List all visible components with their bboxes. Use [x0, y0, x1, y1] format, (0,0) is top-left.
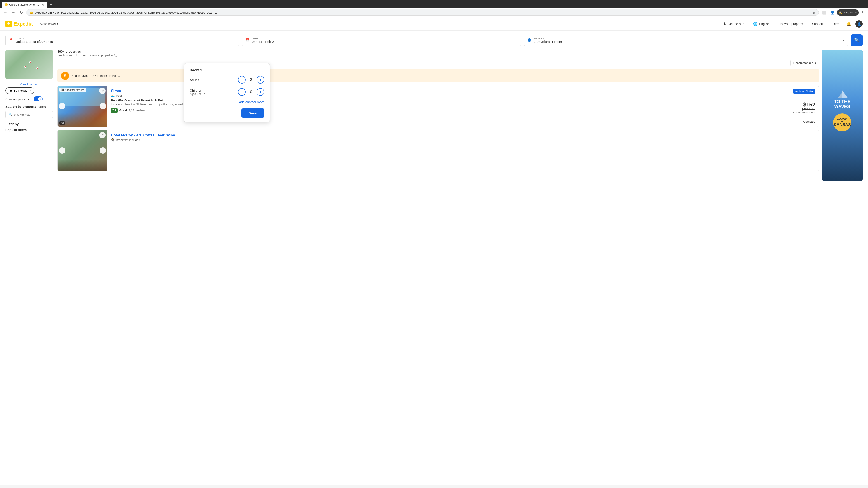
going-to-content: Going to United States of America: [16, 37, 236, 43]
done-button[interactable]: Done: [241, 108, 265, 118]
browser-chrome: 🟡 United States of America Hotel ✕ +: [0, 0, 868, 8]
results-content: 300+ properties See how we pick our reco…: [57, 50, 819, 181]
toggle-x-icon: ✕: [39, 98, 41, 100]
properties-count: 300+ properties: [57, 50, 819, 53]
active-tab[interactable]: 🟡 United States of America Hotel ✕: [2, 2, 47, 8]
tab-title: United States of America Hotel: [9, 3, 40, 6]
going-to-value: United States of America: [16, 40, 236, 43]
adults-label: Adults: [190, 78, 238, 82]
compare-checkbox-sirata[interactable]: [799, 120, 802, 123]
cast-button[interactable]: ⬜: [821, 9, 828, 15]
more-travel-button[interactable]: More travel ▾: [37, 21, 61, 27]
vacation-badge: VACATION IN KANSAS: [833, 113, 851, 131]
user-avatar[interactable]: 👤: [855, 20, 863, 28]
profile-button[interactable]: 👤: [829, 9, 836, 15]
address-bar[interactable]: 🔒 ☆: [26, 9, 819, 15]
get-app-button[interactable]: ⬇ Get the app: [720, 20, 747, 28]
map-marker-2: [24, 66, 26, 68]
support-button[interactable]: Support: [809, 20, 826, 28]
prev-image-button[interactable]: ‹: [59, 103, 65, 109]
favorite-button-sirata[interactable]: ♡: [99, 88, 105, 94]
search-section: 📍 Going to United States of America 📅 Da…: [0, 31, 868, 50]
property-search-box[interactable]: 🔍: [5, 111, 53, 119]
back-button[interactable]: ←: [2, 9, 8, 15]
property-name-input[interactable]: [14, 113, 52, 116]
amenity-label: Pool: [116, 94, 122, 97]
children-decrease-button[interactable]: −: [238, 88, 246, 96]
hotel-price-sirata: We have 2 left at $152 $434 total includ…: [778, 86, 819, 127]
bookmark-icon[interactable]: ☆: [813, 11, 815, 14]
right-advertisement: TO THE WAVES VACATION IN KANSAS: [822, 50, 863, 181]
sort-dropdown[interactable]: Recommended ▾: [790, 60, 819, 66]
sidebar: View in a map Family friendly ✕ Compare …: [5, 50, 57, 181]
download-icon: ⬇: [723, 22, 726, 26]
breakfast-icon: 🍳: [111, 138, 115, 142]
favorite-button-mccoy[interactable]: ♡: [99, 132, 105, 138]
family-badge: 👨‍👩‍👧 Great for families: [59, 88, 86, 92]
trips-button[interactable]: Trips: [829, 20, 842, 28]
amenity-label-mccoy: Breakfast included: [116, 138, 140, 142]
ad-container: TO THE WAVES VACATION IN KANSAS: [822, 50, 863, 181]
info-icon[interactable]: i: [114, 54, 117, 57]
expedia-logo[interactable]: ✈ Expedia: [5, 21, 33, 27]
remove-chip-icon[interactable]: ✕: [29, 89, 31, 92]
person-icon: 👤: [527, 38, 532, 42]
header-actions: ⬇ Get the app 🌐 English List your proper…: [720, 20, 863, 28]
family-badge-label: Great for families: [65, 89, 84, 91]
children-increase-button[interactable]: +: [256, 88, 264, 96]
savings-text: You're saving 10% or more on over...: [72, 74, 120, 77]
sort-label: Recommended: [794, 61, 813, 65]
search-icon: 🔍: [8, 113, 12, 116]
hotel-name-mccoy[interactable]: Hotel McCoy - Art, Coffee, Beer, Wine: [111, 133, 775, 137]
refresh-button[interactable]: ↻: [19, 9, 24, 15]
prev-image-button-mccoy[interactable]: ‹: [59, 147, 65, 154]
travelers-dropdown: Room 1 Adults − 2 + Children Ages 0 to 1…: [184, 63, 270, 123]
going-to-field[interactable]: 📍 Going to United States of America: [5, 35, 239, 46]
adults-increase-button[interactable]: +: [256, 76, 264, 84]
price-note: includes taxes & fees: [792, 111, 815, 114]
next-image-button-mccoy[interactable]: ›: [100, 147, 106, 154]
rating-count: 2,234 reviews: [129, 109, 146, 112]
get-app-label: Get the app: [727, 22, 744, 26]
family-friendly-chip[interactable]: Family friendly ✕: [5, 88, 34, 94]
list-property-button[interactable]: List your property: [775, 20, 806, 28]
english-label: English: [759, 22, 770, 26]
hotel-amenity-mccoy: 🍳 Breakfast included: [111, 138, 775, 142]
browser-controls: ← → ↻ 🔒 ☆ ⬜ 👤 🕵 Incognito (2) ⋮: [0, 8, 868, 17]
map-container: [5, 50, 53, 79]
adults-decrease-button[interactable]: −: [238, 76, 246, 84]
language-button[interactable]: 🌐 English: [750, 20, 773, 28]
adults-row: Adults − 2 +: [190, 76, 264, 84]
map-background: [5, 50, 53, 79]
compare-toggle[interactable]: ✕: [34, 96, 43, 101]
add-room-link[interactable]: Add another room: [190, 100, 264, 104]
chevron-down-icon: ▾: [57, 22, 58, 26]
view-in-map-button[interactable]: View in a map: [5, 81, 53, 88]
incognito-label: Incognito (2): [843, 11, 857, 14]
location-icon: 📍: [9, 38, 13, 42]
search-by-name-title: Search by property name: [5, 105, 53, 108]
next-image-button[interactable]: ›: [100, 103, 106, 109]
going-to-label: Going to: [16, 37, 236, 40]
globe-icon: 🌐: [753, 22, 758, 26]
filter-chips: Family friendly ✕: [5, 88, 53, 94]
rating-label: Good: [119, 109, 127, 112]
forward-button[interactable]: →: [10, 9, 17, 15]
logo-text: Expedia: [13, 21, 33, 27]
browser-action-buttons: ⬜ 👤 🕵 Incognito (2) ⋮: [821, 9, 866, 15]
browser-tabs: 🟡 United States of America Hotel ✕ +: [2, 1, 866, 8]
travelers-field[interactable]: 👤 Travelers 2 travelers, 1 room ▾: [524, 35, 848, 46]
compare-section: Compare properties ✕: [5, 96, 53, 101]
search-button[interactable]: 🔍: [851, 34, 863, 46]
chip-label: Family friendly: [8, 89, 27, 92]
more-options-button[interactable]: ⋮: [860, 9, 866, 15]
new-tab-button[interactable]: +: [48, 1, 54, 8]
tab-close-button[interactable]: ✕: [41, 3, 44, 6]
children-controls: − 0 +: [238, 88, 264, 96]
hotel-content-mccoy: Hotel McCoy - Art, Coffee, Beer, Wine 🍳 …: [107, 130, 778, 171]
notifications-button[interactable]: 🔔: [845, 20, 852, 28]
dates-field[interactable]: 📅 Dates Jan 31 - Feb 2: [242, 35, 521, 46]
dates-content: Dates Jan 31 - Feb 2: [252, 37, 518, 43]
popular-filters-title: Popular filters: [5, 128, 53, 132]
url-input[interactable]: [35, 11, 811, 14]
